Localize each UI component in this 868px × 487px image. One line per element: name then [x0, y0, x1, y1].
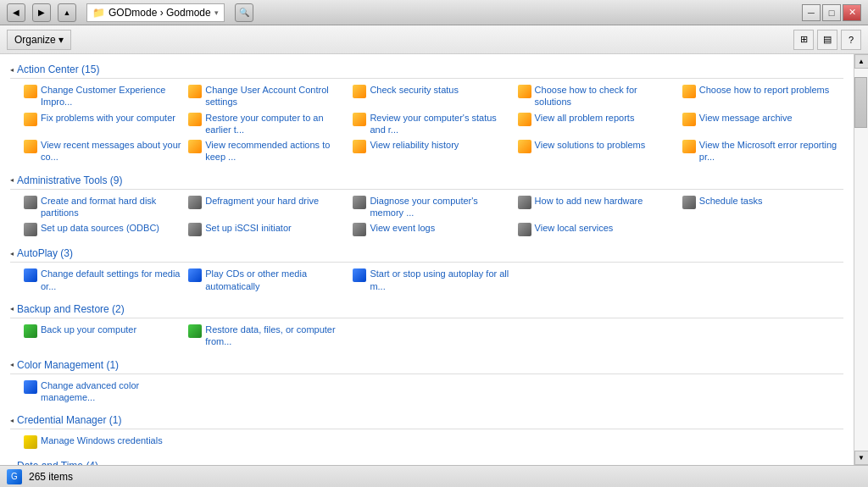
gear-icon [518, 196, 531, 209]
list-item[interactable]: Defragment your hard drive [185, 193, 349, 221]
list-item[interactable]: Change Customer Experience Impro... [20, 82, 185, 110]
category-header-6[interactable]: ◂Date and Time (4) [10, 457, 843, 465]
list-item[interactable]: Start or stop using autoplay for all m..… [349, 266, 514, 294]
category-header-1[interactable]: ◂Administrative Tools (9) [10, 172, 843, 190]
list-item-label: Change User Account Control settings [205, 84, 346, 108]
list-item[interactable]: Change default settings for media or... [20, 266, 185, 294]
list-item[interactable]: Change advanced color manageme... [20, 378, 185, 406]
list-item[interactable]: Set up data sources (ODBC) [20, 220, 185, 238]
category-header-5[interactable]: ◂Credential Manager (1) [10, 412, 843, 429]
list-item-label: View recommended actions to keep ... [205, 139, 346, 163]
shield-icon [24, 113, 37, 126]
scroll-down-arrow[interactable]: ▼ [854, 451, 869, 465]
list-item[interactable]: Manage Windows credentials [20, 433, 185, 451]
category-title-5: Credential Manager (1) [17, 414, 121, 426]
list-item[interactable]: Create and format hard disk partitions [20, 193, 185, 221]
list-item[interactable]: View reliability history [349, 137, 514, 165]
category-arrow-1: ◂ [10, 176, 14, 184]
list-item[interactable]: View recent messages about your co... [20, 137, 185, 165]
list-item[interactable]: Review your computer's status and r... [349, 110, 514, 138]
close-button[interactable]: ✕ [843, 4, 861, 21]
category-items-1: Create and format hard disk partitionsDe… [10, 191, 843, 242]
gear-icon [24, 223, 37, 236]
list-item[interactable]: Choose how to report problems [679, 82, 843, 110]
shield-icon [188, 140, 202, 153]
list-item-label: Change advanced color manageme... [41, 379, 181, 404]
category-arrow-5: ◂ [10, 417, 14, 424]
list-item-label: Back up your computer [41, 324, 136, 335]
list-item-label: View event logs [370, 222, 435, 234]
list-item-label: Restore data, files, or computer from... [205, 324, 346, 348]
help-button[interactable]: ? [841, 30, 861, 50]
list-item-label: Create and format hard disk partitions [41, 195, 181, 219]
shield-icon [518, 140, 531, 153]
list-item[interactable]: Back up your computer [20, 322, 185, 350]
category-arrow-2: ◂ [10, 250, 14, 257]
list-item[interactable]: How to add new hardware [515, 193, 679, 221]
category-header-4[interactable]: ◂Color Management (1) [10, 357, 843, 374]
main-area: ◂Action Center (15)Change Customer Exper… [0, 54, 868, 465]
list-item[interactable]: View event logs [349, 220, 514, 238]
category-header-3[interactable]: ◂Backup and Restore (2) [10, 301, 843, 318]
list-item[interactable]: View message archive [679, 110, 843, 138]
maximize-button[interactable]: □ [822, 4, 841, 21]
list-item-label: Check security status [370, 84, 459, 96]
category-title-3: Backup and Restore (2) [17, 303, 125, 315]
list-item-label: View local services [535, 222, 614, 234]
address-bar[interactable]: 📁 GODmode › Godmode ▾ [86, 3, 225, 22]
list-item[interactable]: Change User Account Control settings [185, 82, 349, 110]
list-item[interactable]: Fix problems with your computer [20, 110, 185, 138]
address-text: GODmode › Godmode [108, 7, 211, 19]
scroll-up-arrow[interactable]: ▲ [854, 54, 869, 69]
title-bar-left: ◀ ▶ ▲ 📁 GODmode › Godmode ▾ 🔍 [7, 3, 253, 22]
list-item[interactable]: Set up iSCSI initiator [185, 220, 349, 238]
scroll-thumb[interactable] [854, 77, 867, 128]
view-tiles-button[interactable]: ⊞ [793, 30, 814, 50]
list-item[interactable]: Schedule tasks [679, 193, 843, 221]
list-item[interactable]: Restore your computer to an earlier t... [185, 110, 349, 138]
list-item-label: Set up data sources (ODBC) [41, 222, 159, 234]
list-item-label: Change default settings for media or... [41, 268, 181, 292]
list-item[interactable]: View solutions to problems [515, 137, 679, 165]
status-icon: G [7, 469, 22, 484]
list-item[interactable]: Diagnose your computer's memory ... [349, 193, 514, 221]
list-item[interactable]: Play CDs or other media automatically [185, 266, 349, 294]
list-item-label: Review your computer's status and r... [370, 112, 510, 136]
category-2: ◂AutoPlay (3)Change default settings for… [10, 245, 843, 297]
category-3: ◂Backup and Restore (2)Back up your comp… [10, 301, 843, 353]
list-item[interactable]: View local services [515, 220, 679, 238]
list-item[interactable]: View recommended actions to keep ... [185, 137, 349, 165]
list-item-label: Defragment your hard drive [205, 195, 319, 207]
shield-icon [188, 85, 202, 98]
shield-icon [353, 140, 366, 153]
back-button[interactable]: ◀ [7, 3, 25, 22]
list-item-label: Fix problems with your computer [41, 112, 175, 124]
list-item-label: Choose how to report problems [699, 84, 829, 96]
category-title-1: Administrative Tools (9) [17, 174, 123, 186]
list-item[interactable]: Check security status [349, 82, 514, 110]
category-header-0[interactable]: ◂Action Center (15) [10, 61, 843, 79]
list-item[interactable]: Choose how to check for solutions [515, 82, 679, 110]
category-arrow-3: ◂ [10, 305, 14, 313]
forward-button[interactable]: ▶ [32, 3, 51, 22]
folder-icon: 📁 [92, 7, 105, 19]
blue-icon [353, 268, 366, 282]
up-button[interactable]: ▲ [58, 3, 76, 22]
scroll-track[interactable] [854, 69, 868, 451]
scrollbar[interactable]: ▲ ▼ [854, 54, 868, 465]
shield-icon [682, 85, 696, 98]
list-item[interactable]: Restore data, files, or computer from... [185, 322, 349, 350]
view-list-button[interactable]: ▤ [817, 30, 837, 50]
category-items-3: Back up your computerRestore data, files… [10, 320, 843, 353]
shield-icon [682, 113, 696, 126]
category-header-2[interactable]: ◂AutoPlay (3) [10, 245, 843, 263]
minimize-button[interactable]: ─ [802, 4, 821, 21]
list-item[interactable]: View the Microsoft error reporting pr... [679, 137, 843, 165]
green-icon [188, 324, 202, 338]
list-item-label: View solutions to problems [535, 139, 646, 151]
search-button[interactable]: 🔍 [235, 3, 253, 22]
gear-icon [24, 196, 37, 209]
list-item-label: How to add new hardware [535, 195, 643, 207]
organize-button[interactable]: Organize ▾ [7, 30, 71, 50]
list-item[interactable]: View all problem reports [515, 110, 679, 138]
